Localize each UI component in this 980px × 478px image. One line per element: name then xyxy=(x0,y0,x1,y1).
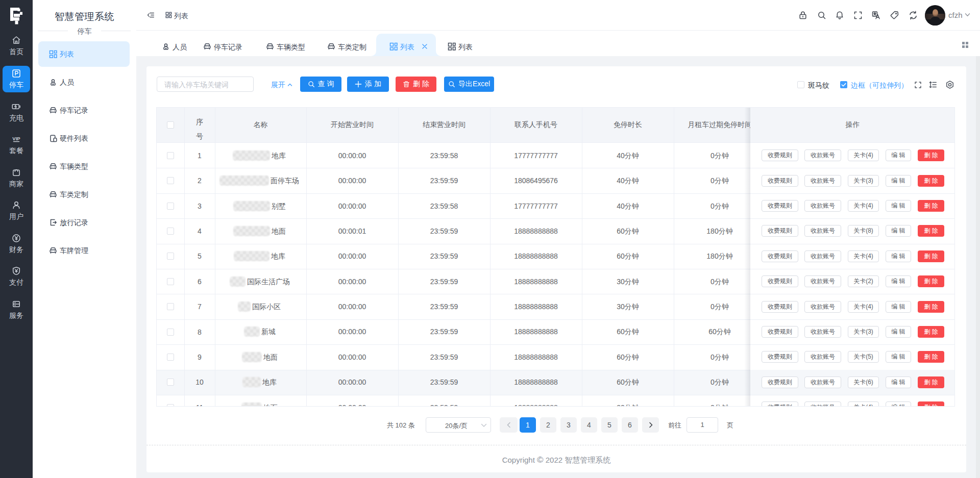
svg-text:VIP: VIP xyxy=(12,136,20,141)
